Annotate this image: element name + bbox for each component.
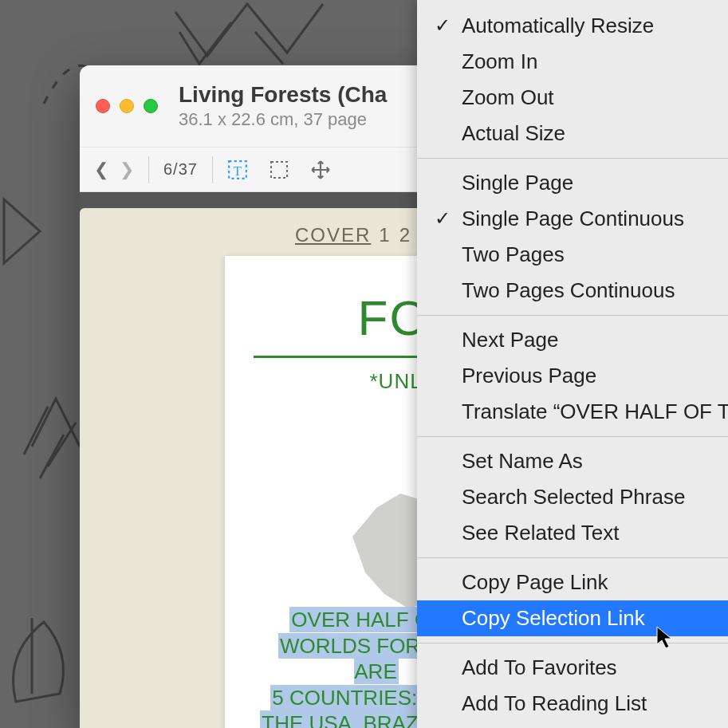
menu-item-previous-page[interactable]: Previous Page xyxy=(417,358,728,394)
page-indicator[interactable]: 6/37 xyxy=(163,160,198,179)
window-title: Living Forests (Cha xyxy=(179,82,387,108)
svg-rect-2 xyxy=(271,162,287,178)
menu-item-see-related-text[interactable]: See Related Text xyxy=(417,515,728,551)
menu-separator xyxy=(417,158,728,159)
text-select-tool-icon[interactable]: T xyxy=(227,159,248,180)
marquee-tool-icon[interactable] xyxy=(269,159,289,180)
menu-item-two-pages[interactable]: Two Pages xyxy=(417,237,728,273)
menu-separator xyxy=(417,557,728,558)
forward-button[interactable]: ❯ xyxy=(120,159,134,180)
menu-item-copy-selection-link[interactable]: Copy Selection Link xyxy=(417,600,728,636)
menu-item-automatically-resize[interactable]: Automatically Resize xyxy=(417,8,728,44)
menu-item-zoom-in[interactable]: Zoom In xyxy=(417,44,728,80)
menu-item-add-to-reading-list[interactable]: Add To Reading List xyxy=(417,686,728,722)
menu-item-set-name-as[interactable]: Set Name As xyxy=(417,443,728,479)
menu-separator xyxy=(417,436,728,437)
menu-item-single-page[interactable]: Single Page xyxy=(417,165,728,201)
close-icon[interactable] xyxy=(96,99,110,113)
toolbar-divider xyxy=(148,156,149,183)
svg-text:T: T xyxy=(234,163,242,178)
traffic-lights xyxy=(96,99,158,113)
menu-separator xyxy=(417,315,728,316)
menu-item-single-page-continuous[interactable]: Single Page Continuous xyxy=(417,201,728,237)
menu-item-two-pages-continuous[interactable]: Two Pages Continuous xyxy=(417,273,728,309)
window-subtitle: 36.1 x 22.6 cm, 37 page xyxy=(179,109,387,130)
pagenav-cover[interactable]: COVER xyxy=(295,224,371,246)
pagenav-2[interactable]: 2 xyxy=(399,224,411,246)
move-tool-icon[interactable] xyxy=(310,159,331,180)
menu-item-next-page[interactable]: Next Page xyxy=(417,322,728,358)
back-button[interactable]: ❮ xyxy=(94,159,108,180)
menu-item-search-selected-phrase[interactable]: Search Selected Phrase xyxy=(417,479,728,515)
minimize-icon[interactable] xyxy=(120,99,134,113)
menu-separator xyxy=(417,643,728,643)
menu-item-zoom-out[interactable]: Zoom Out xyxy=(417,80,728,116)
menu-item-add-to-favorites[interactable]: Add To Favorites xyxy=(417,650,728,686)
toolbar-divider xyxy=(212,156,213,183)
context-menu: Automatically ResizeZoom InZoom OutActua… xyxy=(417,0,728,728)
menu-item-translate-over-half-of-th[interactable]: Translate “OVER HALF OF TH xyxy=(417,394,728,430)
menu-item-actual-size[interactable]: Actual Size xyxy=(417,116,728,152)
zoom-icon[interactable] xyxy=(144,99,158,113)
menu-item-copy-page-link[interactable]: Copy Page Link xyxy=(417,565,728,600)
pagenav-1[interactable]: 1 xyxy=(379,224,391,246)
